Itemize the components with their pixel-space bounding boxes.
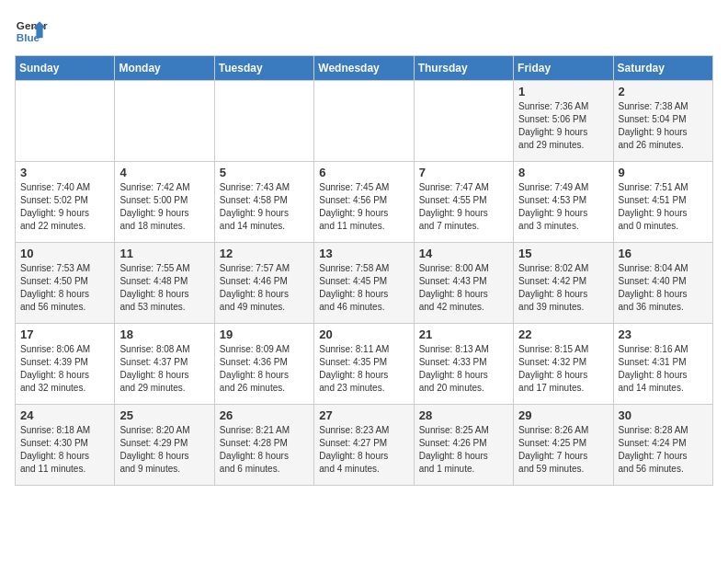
day-number: 27 — [319, 408, 408, 422]
calendar-cell: 8Sunrise: 7:49 AM Sunset: 4:53 PM Daylig… — [514, 162, 613, 243]
weekday-header-row: SundayMondayTuesdayWednesdayThursdayFrid… — [16, 56, 713, 81]
calendar-table: SundayMondayTuesdayWednesdayThursdayFrid… — [15, 55, 713, 486]
calendar-cell: 14Sunrise: 8:00 AM Sunset: 4:43 PM Dayli… — [414, 243, 513, 324]
day-info: Sunrise: 7:38 AM Sunset: 5:04 PM Dayligh… — [619, 100, 708, 152]
calendar-cell: 30Sunrise: 8:28 AM Sunset: 4:24 PM Dayli… — [613, 405, 712, 486]
day-number: 4 — [119, 166, 209, 179]
day-info: Sunrise: 7:40 AM Sunset: 5:02 PM Dayligh… — [20, 181, 109, 233]
day-number: 26 — [220, 408, 309, 422]
calendar-cell: 12Sunrise: 7:57 AM Sunset: 4:46 PM Dayli… — [214, 243, 313, 324]
calendar-cell: 19Sunrise: 8:09 AM Sunset: 4:36 PM Dayli… — [214, 324, 313, 405]
calendar-cell: 9Sunrise: 7:51 AM Sunset: 4:51 PM Daylig… — [613, 162, 712, 243]
day-number: 5 — [220, 166, 309, 179]
day-info: Sunrise: 7:49 AM Sunset: 4:53 PM Dayligh… — [518, 181, 608, 233]
logo-icon: General Blue — [15, 15, 48, 48]
day-number: 2 — [619, 85, 708, 98]
day-number: 19 — [220, 327, 309, 341]
calendar-cell: 27Sunrise: 8:23 AM Sunset: 4:27 PM Dayli… — [314, 405, 414, 486]
day-info: Sunrise: 8:18 AM Sunset: 4:30 PM Dayligh… — [20, 424, 109, 476]
calendar-cell: 23Sunrise: 8:16 AM Sunset: 4:31 PM Dayli… — [613, 324, 712, 405]
day-number: 30 — [619, 408, 708, 422]
calendar-cell: 6Sunrise: 7:45 AM Sunset: 4:56 PM Daylig… — [314, 162, 414, 243]
day-info: Sunrise: 8:08 AM Sunset: 4:37 PM Dayligh… — [119, 343, 209, 395]
calendar-cell: 1Sunrise: 7:36 AM Sunset: 5:06 PM Daylig… — [514, 81, 613, 162]
day-info: Sunrise: 8:09 AM Sunset: 4:36 PM Dayligh… — [220, 343, 309, 395]
day-info: Sunrise: 7:51 AM Sunset: 4:51 PM Dayligh… — [619, 181, 708, 233]
day-info: Sunrise: 8:00 AM Sunset: 4:43 PM Dayligh… — [419, 262, 508, 314]
day-number: 11 — [119, 247, 209, 260]
day-number: 23 — [619, 327, 708, 341]
day-info: Sunrise: 8:23 AM Sunset: 4:27 PM Dayligh… — [319, 424, 408, 476]
day-info: Sunrise: 7:53 AM Sunset: 4:50 PM Dayligh… — [20, 262, 109, 314]
calendar-cell: 16Sunrise: 8:04 AM Sunset: 4:40 PM Dayli… — [613, 243, 712, 324]
weekday-header: Sunday — [16, 56, 115, 81]
weekday-header: Thursday — [414, 56, 513, 81]
calendar-week-row: 17Sunrise: 8:06 AM Sunset: 4:39 PM Dayli… — [16, 324, 713, 405]
day-number: 22 — [518, 327, 608, 341]
weekday-header: Saturday — [613, 56, 712, 81]
day-info: Sunrise: 8:26 AM Sunset: 4:25 PM Dayligh… — [518, 424, 608, 476]
calendar-week-row: 24Sunrise: 8:18 AM Sunset: 4:30 PM Dayli… — [16, 405, 713, 486]
day-number: 14 — [419, 247, 508, 260]
day-info: Sunrise: 8:16 AM Sunset: 4:31 PM Dayligh… — [619, 343, 708, 395]
day-number: 3 — [20, 166, 109, 179]
day-info: Sunrise: 7:57 AM Sunset: 4:46 PM Dayligh… — [220, 262, 309, 314]
calendar-week-row: 10Sunrise: 7:53 AM Sunset: 4:50 PM Dayli… — [16, 243, 713, 324]
calendar-cell: 25Sunrise: 8:20 AM Sunset: 4:29 PM Dayli… — [115, 405, 214, 486]
calendar-cell — [214, 81, 313, 162]
calendar-cell: 18Sunrise: 8:08 AM Sunset: 4:37 PM Dayli… — [115, 324, 214, 405]
day-number: 16 — [619, 247, 708, 260]
day-info: Sunrise: 8:15 AM Sunset: 4:32 PM Dayligh… — [518, 343, 608, 395]
calendar-cell — [414, 81, 513, 162]
day-number: 1 — [518, 85, 608, 98]
day-info: Sunrise: 8:02 AM Sunset: 4:42 PM Dayligh… — [518, 262, 608, 314]
calendar-cell: 5Sunrise: 7:43 AM Sunset: 4:58 PM Daylig… — [214, 162, 313, 243]
day-number: 17 — [20, 327, 109, 341]
day-info: Sunrise: 8:28 AM Sunset: 4:24 PM Dayligh… — [619, 424, 708, 476]
weekday-header: Friday — [514, 56, 613, 81]
page-header: General Blue — [15, 15, 713, 48]
calendar-cell: 4Sunrise: 7:42 AM Sunset: 5:00 PM Daylig… — [115, 162, 214, 243]
calendar-cell: 24Sunrise: 8:18 AM Sunset: 4:30 PM Dayli… — [16, 405, 115, 486]
calendar-cell: 20Sunrise: 8:11 AM Sunset: 4:35 PM Dayli… — [314, 324, 414, 405]
calendar-cell — [115, 81, 214, 162]
calendar-cell — [314, 81, 414, 162]
day-info: Sunrise: 7:45 AM Sunset: 4:56 PM Dayligh… — [319, 181, 408, 233]
calendar-cell: 15Sunrise: 8:02 AM Sunset: 4:42 PM Dayli… — [514, 243, 613, 324]
calendar-week-row: 1Sunrise: 7:36 AM Sunset: 5:06 PM Daylig… — [16, 81, 713, 162]
logo: General Blue — [15, 15, 48, 48]
day-number: 21 — [419, 327, 508, 341]
day-number: 9 — [619, 166, 708, 179]
day-info: Sunrise: 8:04 AM Sunset: 4:40 PM Dayligh… — [619, 262, 708, 314]
calendar-cell: 26Sunrise: 8:21 AM Sunset: 4:28 PM Dayli… — [214, 405, 313, 486]
calendar-cell: 13Sunrise: 7:58 AM Sunset: 4:45 PM Dayli… — [314, 243, 414, 324]
day-info: Sunrise: 8:13 AM Sunset: 4:33 PM Dayligh… — [419, 343, 508, 395]
calendar-cell: 7Sunrise: 7:47 AM Sunset: 4:55 PM Daylig… — [414, 162, 513, 243]
calendar-cell — [16, 81, 115, 162]
weekday-header: Monday — [115, 56, 214, 81]
day-info: Sunrise: 8:20 AM Sunset: 4:29 PM Dayligh… — [119, 424, 209, 476]
calendar-cell: 22Sunrise: 8:15 AM Sunset: 4:32 PM Dayli… — [514, 324, 613, 405]
calendar-cell: 3Sunrise: 7:40 AM Sunset: 5:02 PM Daylig… — [16, 162, 115, 243]
day-info: Sunrise: 7:42 AM Sunset: 5:00 PM Dayligh… — [119, 181, 209, 233]
day-info: Sunrise: 7:47 AM Sunset: 4:55 PM Dayligh… — [419, 181, 508, 233]
day-info: Sunrise: 8:25 AM Sunset: 4:26 PM Dayligh… — [419, 424, 508, 476]
calendar-cell: 29Sunrise: 8:26 AM Sunset: 4:25 PM Dayli… — [514, 405, 613, 486]
day-info: Sunrise: 7:43 AM Sunset: 4:58 PM Dayligh… — [220, 181, 309, 233]
day-info: Sunrise: 8:11 AM Sunset: 4:35 PM Dayligh… — [319, 343, 408, 395]
day-number: 25 — [119, 408, 209, 422]
calendar-cell: 2Sunrise: 7:38 AM Sunset: 5:04 PM Daylig… — [613, 81, 712, 162]
day-info: Sunrise: 7:58 AM Sunset: 4:45 PM Dayligh… — [319, 262, 408, 314]
day-info: Sunrise: 8:21 AM Sunset: 4:28 PM Dayligh… — [220, 424, 309, 476]
calendar-cell: 21Sunrise: 8:13 AM Sunset: 4:33 PM Dayli… — [414, 324, 513, 405]
day-info: Sunrise: 8:06 AM Sunset: 4:39 PM Dayligh… — [20, 343, 109, 395]
day-number: 8 — [518, 166, 608, 179]
calendar-cell: 11Sunrise: 7:55 AM Sunset: 4:48 PM Dayli… — [115, 243, 214, 324]
weekday-header: Wednesday — [314, 56, 414, 81]
day-number: 7 — [419, 166, 508, 179]
day-number: 10 — [20, 247, 109, 260]
day-number: 20 — [319, 327, 408, 341]
day-number: 15 — [518, 247, 608, 260]
weekday-header: Tuesday — [214, 56, 313, 81]
calendar-week-row: 3Sunrise: 7:40 AM Sunset: 5:02 PM Daylig… — [16, 162, 713, 243]
